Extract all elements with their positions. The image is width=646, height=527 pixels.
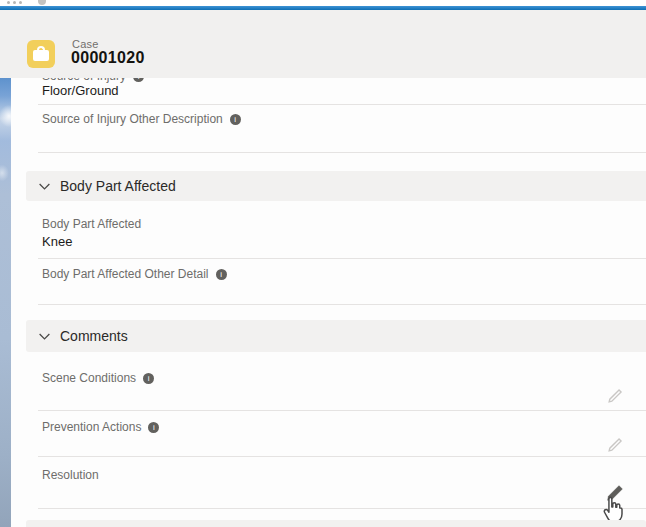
field-label-source-of-injury-other-description: Source of Injury Other Description xyxy=(42,112,241,126)
next-section-header-partial[interactable] xyxy=(26,520,646,527)
field-label-body-part-affected: Body Part Affected xyxy=(42,217,141,231)
pencil-icon xyxy=(606,387,624,405)
divider xyxy=(38,258,646,259)
pencil-icon xyxy=(606,436,624,454)
info-icon[interactable] xyxy=(230,114,241,125)
section-title: Body Part Affected xyxy=(60,178,176,194)
section-title: Comments xyxy=(60,328,128,344)
edit-scene-conditions-button[interactable] xyxy=(606,387,624,405)
chevron-down-icon xyxy=(37,329,51,343)
divider xyxy=(38,304,646,305)
field-label-resolution: Resolution xyxy=(42,468,99,482)
divider xyxy=(38,152,646,153)
divider xyxy=(38,410,646,411)
record-number: 00001020 xyxy=(71,49,145,67)
case-object-icon xyxy=(27,40,55,68)
record-highlight-panel: Case 00001020 xyxy=(0,10,646,78)
chevron-down-icon xyxy=(37,179,51,193)
section-header-comments[interactable]: Comments xyxy=(26,320,646,352)
section-header-body-part-affected[interactable]: Body Part Affected xyxy=(26,171,646,201)
info-icon[interactable] xyxy=(216,269,227,280)
info-icon[interactable] xyxy=(133,78,144,82)
pencil-icon xyxy=(605,483,625,503)
record-detail-card: Source of Injury Floor/Ground Source of … xyxy=(11,78,646,527)
header-icon-fragment xyxy=(38,0,46,5)
field-label-scene-conditions: Scene Conditions xyxy=(42,371,154,385)
field-label-body-part-affected-other-detail: Body Part Affected Other Detail xyxy=(42,267,227,281)
field-label-prevention-actions: Prevention Actions xyxy=(42,420,159,434)
divider xyxy=(38,508,646,509)
divider xyxy=(38,456,646,457)
field-value-body-part-affected: Knee xyxy=(42,234,72,249)
background-image-sliver xyxy=(0,78,11,527)
divider xyxy=(38,104,646,105)
info-icon[interactable] xyxy=(143,373,154,384)
edit-prevention-actions-button[interactable] xyxy=(606,436,624,454)
field-value-source-of-injury: Floor/Ground xyxy=(42,83,119,98)
info-icon[interactable] xyxy=(148,422,159,433)
app-launcher-dots-icon xyxy=(7,1,22,4)
edit-resolution-button[interactable] xyxy=(605,483,625,503)
